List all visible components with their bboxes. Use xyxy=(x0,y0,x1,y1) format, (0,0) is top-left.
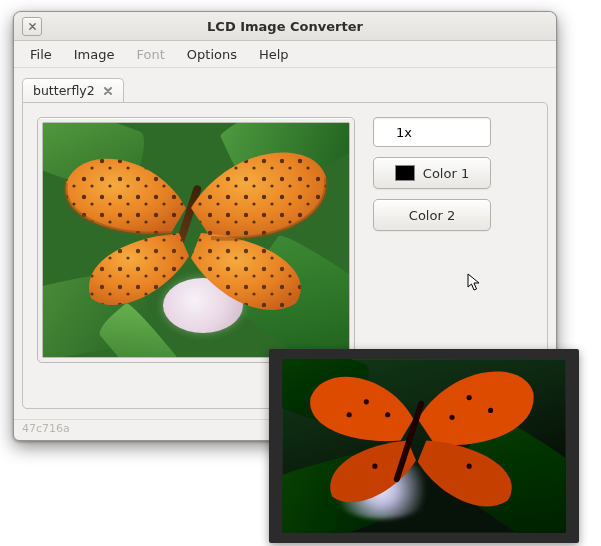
image-viewer[interactable] xyxy=(42,122,350,358)
tab-butterfly2[interactable]: butterfly2 xyxy=(22,78,124,103)
color1-button[interactable]: Color 1 xyxy=(373,157,491,189)
svg-point-6 xyxy=(488,408,493,413)
menu-file[interactable]: File xyxy=(20,44,62,65)
menu-font: Font xyxy=(126,44,174,65)
zoom-spinbox[interactable] xyxy=(373,117,491,147)
svg-point-5 xyxy=(467,395,472,400)
lcd-butterfly-image xyxy=(282,359,566,533)
menu-help[interactable]: Help xyxy=(249,44,299,65)
lcd-device-screen xyxy=(282,359,566,533)
lcd-device-photo xyxy=(269,349,579,543)
color1-label: Color 1 xyxy=(423,166,469,181)
titlebar: LCD Image Converter xyxy=(14,12,556,41)
window-title: LCD Image Converter xyxy=(207,19,363,34)
tab-label: butterfly2 xyxy=(33,83,95,98)
zoom-input[interactable] xyxy=(374,118,491,146)
window-close-button[interactable] xyxy=(22,17,42,36)
butterfly-image xyxy=(43,123,349,357)
color1-swatch xyxy=(395,165,415,181)
color2-label: Color 2 xyxy=(409,208,455,223)
menu-image[interactable]: Image xyxy=(64,44,125,65)
close-icon xyxy=(103,86,113,96)
svg-point-4 xyxy=(385,412,390,417)
svg-point-8 xyxy=(467,464,472,469)
svg-point-3 xyxy=(347,412,352,417)
image-viewer-frame xyxy=(37,117,355,363)
tab-close-button[interactable] xyxy=(101,84,115,98)
svg-point-9 xyxy=(372,464,377,469)
close-icon xyxy=(28,22,37,31)
tab-row: butterfly2 xyxy=(22,76,548,102)
color2-button[interactable]: Color 2 xyxy=(373,199,491,231)
svg-point-2 xyxy=(364,399,369,404)
status-text: 47c716a xyxy=(22,422,70,435)
menubar: File Image Font Options Help xyxy=(14,41,556,68)
menu-options[interactable]: Options xyxy=(177,44,247,65)
svg-point-7 xyxy=(449,415,454,420)
